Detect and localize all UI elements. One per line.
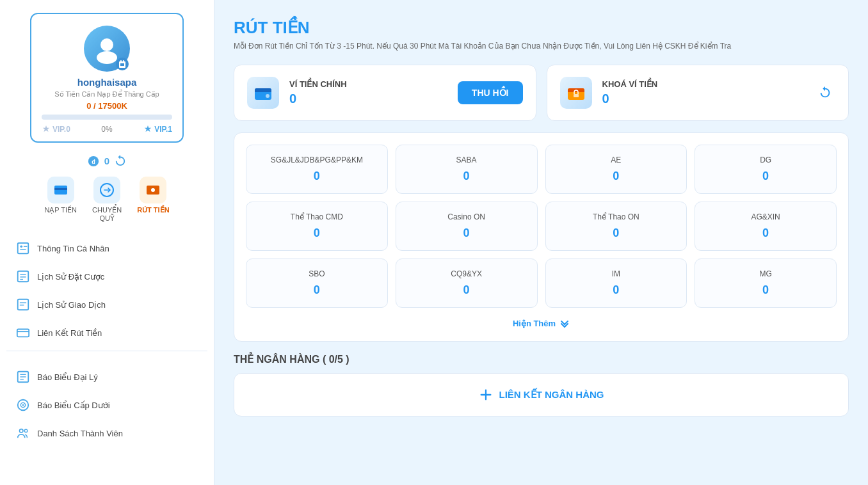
wallet-grid-item: SG&JL&JDB&PG&PP&KM 0 xyxy=(246,145,388,194)
wallet-grid-item-value: 0 xyxy=(404,170,529,183)
wallet-grid-item: SBO 0 xyxy=(246,258,388,308)
avatar-badge-icon xyxy=(116,58,129,70)
show-more-button[interactable]: Hiện Thêm xyxy=(246,313,837,330)
chuyen-quy-button[interactable]: CHUYỂNQUỸ xyxy=(92,177,122,223)
rut-tien-label: RÚT TIỀN xyxy=(137,206,169,214)
wallet-grid-item-name: SG&JL&JDB&PG&PP&KM xyxy=(254,155,380,164)
wallet-grid-item-name: SABA xyxy=(404,155,529,164)
wallet-grid-item-value: 0 xyxy=(703,283,828,297)
svg-point-26 xyxy=(22,404,24,406)
thu-hoi-button[interactable]: THU HỒI xyxy=(458,81,523,104)
svg-rect-18 xyxy=(17,330,29,337)
svg-rect-9 xyxy=(18,243,29,254)
wallet-main-card: VÍ TIỀN CHÍNH 0 THU HỒI xyxy=(234,65,536,121)
sidebar-item-lien-ket-rut-tien[interactable]: Liên Kết Rút Tiền xyxy=(6,319,207,347)
sidebar-item-bao-bieu-dai-ly[interactable]: Báo Biểu Đại Lý xyxy=(6,363,207,391)
sidebar-item-lich-su-dat-cuoc[interactable]: Lịch Sử Đặt Cược xyxy=(6,262,207,290)
wallet-grid: SG&JL&JDB&PG&PP&KM 0 SABA 0 AE 0 DG 0 Th… xyxy=(246,145,837,308)
svg-rect-5 xyxy=(54,188,67,190)
username: honghaisapa xyxy=(77,77,137,88)
svg-point-32 xyxy=(266,94,269,98)
nap-amount: 0 / 17500K xyxy=(86,101,127,111)
wallet-grid-item-value: 0 xyxy=(703,227,828,240)
wallet-grid-item-value: 0 xyxy=(404,227,529,240)
wallet-grid-item: Thể Thao ON 0 xyxy=(545,202,687,251)
sidebar-item-lich-su-giao-dich[interactable]: Lịch Sử Giao Dịch xyxy=(6,290,207,319)
wallet-grid-item: Thể Thao CMD 0 xyxy=(246,202,388,251)
vip-row: VIP.0 0% VIP.1 xyxy=(42,125,172,134)
wallet-grid-item: SABA 0 xyxy=(396,145,538,194)
wallet-grid-item-name: Thể Thao ON xyxy=(554,212,679,221)
wallet-grid-item-name: Casino ON xyxy=(404,212,529,221)
wallet-grid-item-name: IM xyxy=(554,269,679,278)
wallet-locked-amount: 0 xyxy=(602,91,805,106)
wallet-grid-item: DG 0 xyxy=(695,145,837,194)
wallet-locked-info: KHOÁ VÍ TIỀN 0 xyxy=(602,79,805,106)
sidebar-item-danh-sach-thanh-vien[interactable]: Danh Sách Thành Viên xyxy=(6,419,207,447)
balance-row: đ 0 xyxy=(88,154,126,168)
balance-amount: 0 xyxy=(104,155,109,166)
svg-point-1 xyxy=(97,51,117,64)
sidebar-item-thong-tin-label: Thông Tin Cá Nhân xyxy=(37,244,109,253)
sidebar-item-lich-su-dat-cuoc-label: Lịch Sử Đặt Cược xyxy=(37,272,104,282)
bank-link-button[interactable]: LIÊN KẾT NGÂN HÀNG xyxy=(234,373,849,417)
wallet-grid-item: IM 0 xyxy=(545,258,687,308)
wallet-grid-item-value: 0 xyxy=(554,227,679,240)
wallet-grid-item-value: 0 xyxy=(254,283,380,297)
svg-point-0 xyxy=(100,38,113,51)
wallet-grid-item: AE 0 xyxy=(545,145,687,194)
main-content: RÚT TIỀN Mỗi Đơn Rút Tiền Chỉ Tốn Từ 3 -… xyxy=(214,0,868,485)
wallet-grid-item-value: 0 xyxy=(703,170,828,183)
sidebar-item-bao-bieu-cap-duoi-label: Báo Biểu Cấp Dưới xyxy=(37,401,110,410)
wallet-grid-item-name: MG xyxy=(703,269,828,278)
page-subtitle: Mỗi Đơn Rút Tiền Chỉ Tốn Từ 3 -15 Phút. … xyxy=(234,42,849,51)
wallet-main-icon xyxy=(247,77,279,109)
sidebar-item-danh-sach-thanh-vien-label: Danh Sách Thành Viên xyxy=(37,429,123,438)
svg-text:đ: đ xyxy=(92,158,95,164)
wallet-grid-container: SG&JL&JDB&PG&PP&KM 0 SABA 0 AE 0 DG 0 Th… xyxy=(234,132,849,342)
sidebar-item-lien-ket-rut-tien-label: Liên Kết Rút Tiền xyxy=(37,328,102,338)
wallet-grid-item-value: 0 xyxy=(554,170,679,183)
wallet-grid-item-name: SBO xyxy=(254,269,380,278)
wallet-grid-item: AG&XIN 0 xyxy=(695,202,837,251)
wallet-main-name: VÍ TIỀN CHÍNH xyxy=(289,79,447,89)
vip-next: VIP.1 xyxy=(143,125,172,134)
nap-tien-button[interactable]: NẠP TIỀN xyxy=(44,177,77,223)
sidebar-item-lich-su-giao-dich-label: Lịch Sử Giao Dịch xyxy=(37,300,106,310)
bank-link-label: LIÊN KẾT NGÂN HÀNG xyxy=(499,389,604,401)
action-buttons: NẠP TIỀN CHUYỂNQUỸ RÚT TIỀN xyxy=(44,177,169,223)
wallet-grid-item: CQ9&YX 0 xyxy=(396,258,538,308)
rut-tien-button[interactable]: RÚT TIỀN xyxy=(137,177,169,223)
profile-card: honghaisapa Số Tiền Cần Nạp Để Thăng Cấp… xyxy=(30,13,184,143)
balance-refresh-icon[interactable] xyxy=(115,154,126,168)
wallet-grid-item-name: Thể Thao CMD xyxy=(254,212,380,221)
wallet-grid-item-name: AE xyxy=(554,155,679,164)
svg-point-10 xyxy=(20,245,22,248)
vip-current: VIP.0 xyxy=(42,125,70,134)
wallet-locked-refresh-icon[interactable] xyxy=(815,83,835,103)
vip-pct: 0% xyxy=(101,125,112,134)
page-title: RÚT TIỀN xyxy=(234,18,849,38)
sidebar-item-bao-bieu-dai-ly-label: Báo Biểu Đại Lý xyxy=(37,372,98,382)
wallet-grid-item: Casino ON 0 xyxy=(396,202,538,251)
wallet-grid-item-name: DG xyxy=(703,155,828,164)
svg-rect-31 xyxy=(255,90,271,92)
show-more-label: Hiện Thêm xyxy=(513,319,556,328)
bank-section-title: THẺ NGÂN HÀNG ( 0/5 ) xyxy=(234,353,849,365)
wallet-locked-card: KHOÁ VÍ TIỀN 0 xyxy=(547,65,849,121)
sidebar-item-bao-bieu-cap-duoi[interactable]: Báo Biểu Cấp Dưới xyxy=(6,391,207,419)
wallet-grid-item-value: 0 xyxy=(254,227,380,240)
sidebar-item-thong-tin[interactable]: Thông Tin Cá Nhân xyxy=(6,234,207,262)
progress-bar xyxy=(42,115,172,120)
nap-tien-label: NẠP TIỀN xyxy=(44,206,77,214)
wallet-grid-item-value: 0 xyxy=(554,283,679,297)
wallet-grid-item-name: CQ9&YX xyxy=(404,269,529,278)
wallet-locked-name: KHOÁ VÍ TIỀN xyxy=(602,79,805,89)
wallet-grid-item: MG 0 xyxy=(695,258,837,308)
chuyen-quy-label: CHUYỂNQUỸ xyxy=(92,206,122,223)
wallet-grid-item-name: AG&XIN xyxy=(703,212,828,221)
nap-text: Số Tiền Cần Nạp Để Thăng Cấp xyxy=(54,90,159,99)
wallet-locked-icon xyxy=(560,77,592,109)
svg-rect-13 xyxy=(18,271,29,282)
svg-point-8 xyxy=(151,188,155,192)
